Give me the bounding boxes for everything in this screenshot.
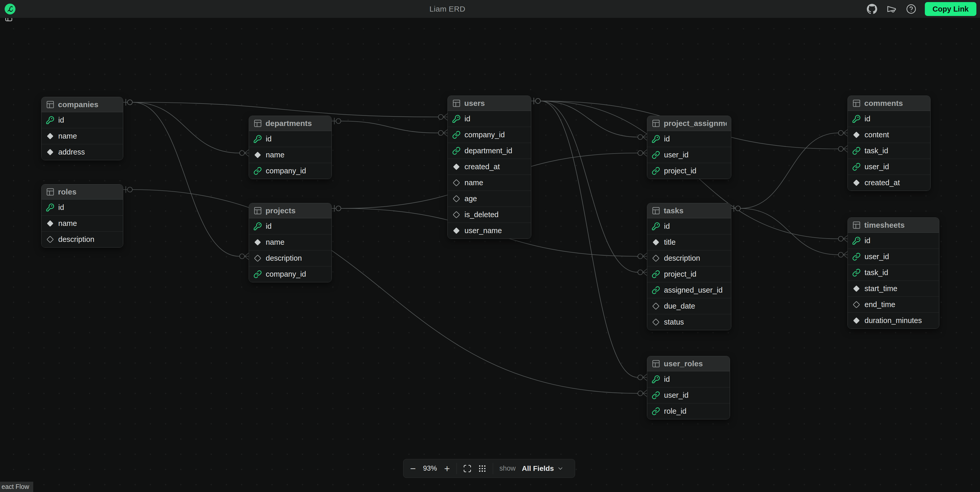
- github-button[interactable]: [866, 3, 878, 15]
- table-header[interactable]: user_roles: [647, 356, 730, 371]
- table-header[interactable]: projects: [249, 203, 331, 218]
- table-node-comments[interactable]: commentsidcontenttask_iduser_idcreated_a…: [848, 95, 931, 191]
- table-header[interactable]: users: [448, 96, 531, 111]
- not-null-diamond-icon: [253, 238, 262, 246]
- logo-glyph: ℒ: [8, 5, 13, 13]
- github-icon: [867, 4, 877, 14]
- field-row-name[interactable]: name: [249, 147, 331, 163]
- field-row-id[interactable]: id: [647, 131, 731, 147]
- field-row-user_name[interactable]: user_name: [448, 222, 531, 238]
- table-node-departments[interactable]: departmentsidnamecompany_id: [249, 116, 332, 179]
- fit-view-button[interactable]: [463, 464, 472, 473]
- table-node-tasks[interactable]: tasksidtitledescriptionproject_idassigne…: [647, 203, 731, 330]
- table-node-users[interactable]: usersidcompany_iddepartment_idcreated_at…: [447, 95, 531, 239]
- field-row-task_id[interactable]: task_id: [848, 143, 930, 159]
- field-row-id[interactable]: id: [647, 371, 730, 387]
- field-row-name[interactable]: name: [249, 234, 331, 250]
- foreign-key-link-icon: [652, 407, 660, 416]
- field-row-project_id[interactable]: project_id: [647, 163, 731, 179]
- field-row-project_id[interactable]: project_id: [647, 266, 731, 282]
- table-node-roles[interactable]: rolesidnamedescription: [41, 184, 123, 248]
- field-row-content[interactable]: content: [848, 127, 930, 143]
- field-row-id[interactable]: id: [41, 112, 123, 128]
- table-header[interactable]: tasks: [647, 203, 731, 218]
- field-row-name[interactable]: name: [41, 215, 123, 231]
- field-row-description[interactable]: description: [647, 250, 731, 266]
- field-row-id[interactable]: id: [647, 218, 731, 234]
- field-row-id[interactable]: id: [848, 233, 939, 249]
- field-name: task_id: [864, 268, 888, 277]
- field-row-status[interactable]: status: [647, 314, 731, 330]
- field-row-duration_minutes[interactable]: duration_minutes: [848, 313, 939, 329]
- field-row-created_at[interactable]: created_at: [848, 175, 930, 190]
- field-name: name: [266, 238, 285, 246]
- nullable-diamond-icon: [452, 195, 461, 203]
- react-flow-attribution[interactable]: eact Flow: [0, 482, 33, 492]
- primary-key-icon: [46, 116, 54, 124]
- field-row-company_id[interactable]: company_id: [249, 163, 331, 179]
- not-null-diamond-icon: [652, 238, 660, 246]
- zoom-out-button[interactable]: −: [410, 463, 416, 473]
- field-row-task_id[interactable]: task_id: [848, 265, 939, 281]
- tidy-up-button[interactable]: [478, 464, 487, 473]
- table-node-timesheets[interactable]: timesheetsiduser_idtask_idstart_timeend_…: [848, 217, 939, 329]
- field-row-id[interactable]: id: [448, 111, 531, 127]
- field-row-description[interactable]: description: [41, 231, 123, 247]
- field-row-user_id[interactable]: user_id: [848, 249, 939, 265]
- table-node-user_roles[interactable]: user_rolesiduser_idrole_id: [647, 356, 730, 419]
- table-header[interactable]: companies: [41, 97, 123, 112]
- field-name: project_id: [664, 270, 697, 278]
- primary-key-icon: [852, 236, 861, 245]
- not-null-diamond-icon: [852, 284, 861, 293]
- copy-link-button[interactable]: Copy Link: [925, 2, 977, 16]
- table-header[interactable]: project_assignme...: [647, 116, 731, 131]
- field-name: id: [864, 114, 870, 123]
- field-row-assigned_user_id[interactable]: assigned_user_id: [647, 282, 731, 298]
- field-row-user_id[interactable]: user_id: [647, 387, 730, 403]
- field-row-user_id[interactable]: user_id: [848, 159, 930, 175]
- foreign-key-link-icon: [652, 270, 660, 278]
- field-name: company_id: [465, 130, 505, 139]
- field-name: end_time: [864, 300, 895, 309]
- liam-logo-icon: ℒ: [5, 3, 16, 14]
- field-name: id: [465, 114, 471, 123]
- table-header[interactable]: comments: [848, 96, 930, 111]
- field-row-description[interactable]: description: [249, 250, 331, 266]
- table-node-companies[interactable]: companiesidnameaddress: [41, 97, 123, 160]
- table-icon: [652, 119, 660, 128]
- field-row-company_id[interactable]: company_id: [249, 266, 331, 282]
- field-row-start_time[interactable]: start_time: [848, 281, 939, 297]
- table-icon: [46, 100, 55, 109]
- field-row-company_id[interactable]: company_id: [448, 127, 531, 143]
- help-button[interactable]: [905, 3, 917, 15]
- table-header[interactable]: roles: [41, 184, 123, 199]
- table-header[interactable]: departments: [249, 116, 331, 131]
- field-row-user_id[interactable]: user_id: [647, 147, 731, 163]
- table-node-project_assignments[interactable]: project_assignme...iduser_idproject_id: [647, 116, 731, 179]
- field-row-address[interactable]: address: [41, 144, 123, 160]
- table-header[interactable]: timesheets: [848, 217, 939, 233]
- field-row-role_id[interactable]: role_id: [647, 403, 730, 419]
- field-row-age[interactable]: age: [448, 190, 531, 206]
- field-row-created_at[interactable]: created_at: [448, 159, 531, 175]
- field-row-name[interactable]: name: [41, 128, 123, 144]
- field-row-name[interactable]: name: [448, 175, 531, 190]
- field-name: description: [58, 235, 94, 244]
- table-icon: [652, 206, 660, 215]
- feedback-button[interactable]: [886, 3, 897, 15]
- zoom-in-button[interactable]: +: [444, 463, 450, 473]
- field-row-title[interactable]: title: [647, 234, 731, 250]
- field-row-id[interactable]: id: [249, 131, 331, 147]
- field-row-end_time[interactable]: end_time: [848, 297, 939, 313]
- show-mode-select[interactable]: All Fields: [522, 465, 563, 473]
- erd-canvas[interactable]: companiesidnameaddressrolesidnamedescrip…: [0, 18, 980, 492]
- field-row-department_id[interactable]: department_id: [448, 143, 531, 159]
- table-name: users: [464, 99, 485, 108]
- field-name: description: [266, 254, 302, 262]
- field-row-id[interactable]: id: [848, 111, 930, 127]
- field-row-id[interactable]: id: [249, 218, 331, 234]
- field-row-due_date[interactable]: due_date: [647, 298, 731, 314]
- field-row-is_deleted[interactable]: is_deleted: [448, 206, 531, 222]
- table-node-projects[interactable]: projectsidnamedescriptioncompany_id: [249, 203, 332, 283]
- field-row-id[interactable]: id: [41, 199, 123, 215]
